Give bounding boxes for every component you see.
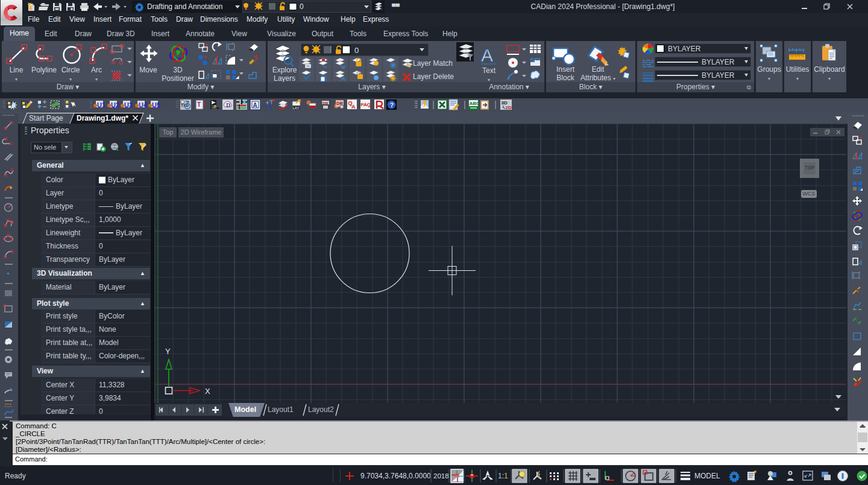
svg-text:Y: Y: [165, 347, 171, 356]
svg-text:U4: U4: [139, 101, 148, 109]
svg-text:T: T: [197, 101, 201, 108]
svg-text:9.7034,3.7648,0.0000: 9.7034,3.7648,0.0000: [360, 472, 431, 480]
svg-text:0: 0: [354, 46, 359, 55]
svg-text:0: 0: [300, 2, 304, 11]
svg-text:A: A: [253, 102, 257, 109]
svg-text:A: A: [481, 45, 493, 65]
svg-text:1:1: 1:1: [498, 472, 508, 480]
svg-text:FAQ: FAQ: [361, 102, 371, 107]
svg-text:LAY: LAY: [293, 106, 300, 110]
svg-text:MODEL: MODEL: [694, 472, 720, 480]
svg-text:1: 1: [268, 102, 272, 110]
svg-text:X: X: [205, 387, 210, 396]
svg-text:DW: DW: [322, 101, 329, 105]
svg-text:A: A: [351, 104, 356, 110]
svg-text:A: A: [213, 104, 217, 109]
svg-text:2018: 2018: [433, 472, 449, 480]
svg-text:U1: U1: [97, 101, 105, 109]
svg-text:2D: 2D: [506, 105, 512, 110]
svg-text:U2: U2: [111, 101, 119, 109]
svg-text:D: D: [226, 102, 230, 109]
svg-text:U5: U5: [152, 101, 160, 109]
svg-text:?: ?: [390, 101, 394, 109]
svg-text:ABC: ABC: [470, 101, 480, 106]
svg-text:U3: U3: [124, 101, 133, 109]
